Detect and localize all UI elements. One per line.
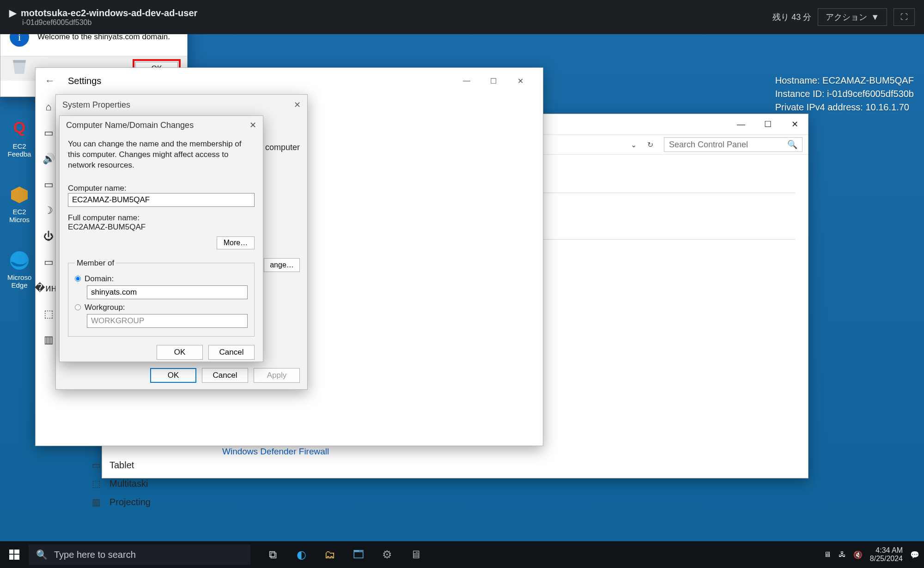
settings-title: Settings [68, 76, 101, 86]
taskbar-search[interactable]: 🔍 Type here to search [29, 544, 250, 565]
nav-tablet[interactable]: ▭Tablet [91, 456, 151, 474]
svg-rect-3 [9, 555, 13, 560]
domain-radio[interactable] [75, 276, 81, 282]
multitask-icon[interactable]: ⬚ [44, 308, 54, 320]
taskbar-app-edge[interactable]: ◐ [288, 544, 314, 565]
play-icon: ▶ [9, 7, 16, 18]
storage-icon[interactable]: ▭ [44, 256, 54, 268]
domain-changes-dialog: Computer Name/Domain Changes ✕ You can c… [59, 115, 263, 362]
home-icon[interactable]: ⌂ [45, 101, 51, 113]
control-panel-search[interactable]: Search Control Panel 🔍 [664, 137, 802, 152]
notifications-icon[interactable]: ▭ [44, 179, 54, 191]
hostinfo-ip: Private IPv4 address: 10.16.1.70 [775, 101, 914, 114]
svg-rect-4 [14, 555, 19, 560]
tray-sound-icon[interactable]: 🔇 [853, 550, 863, 559]
search-icon: 🔍 [36, 549, 48, 560]
svg-point-0 [10, 251, 29, 270]
cndc-title: Computer Name/Domain Changes [66, 121, 194, 130]
domain-radio-label: Domain: [85, 274, 114, 284]
close-button[interactable]: ✕ [781, 114, 808, 134]
ok-button[interactable]: OK [150, 368, 196, 383]
host-info-overlay: Hostname: EC2AMAZ-BUM5QAF Instance ID: i… [775, 74, 914, 114]
address-dropdown[interactable]: ⌄ [625, 140, 642, 149]
back-button[interactable]: ← [45, 75, 55, 87]
q-icon: Q [8, 118, 30, 140]
desktop-icon-recycle-bin[interactable]: Recycle [5, 54, 34, 86]
maximize-button[interactable]: ☐ [480, 71, 507, 91]
ok-button[interactable]: OK [157, 345, 203, 360]
multitask-icon: ⬚ [91, 478, 101, 489]
action-dropdown[interactable]: アクション ▼ [818, 8, 887, 26]
time-remaining: 残り 43 分 [772, 12, 811, 23]
nav-multitasking[interactable]: ⬚Multitaski [91, 474, 151, 493]
fullscreen-icon: ⛶ [900, 13, 908, 21]
cndc-description: You can change the name and the membersh… [68, 139, 255, 171]
firewall-link[interactable]: Windows Defender Firewall [222, 447, 329, 457]
svg-rect-2 [14, 550, 19, 554]
close-button[interactable]: ✕ [249, 120, 256, 130]
computer-name-input[interactable] [68, 193, 255, 207]
taskbar-app-sysprop[interactable]: 🖥 [403, 544, 429, 565]
more-button[interactable]: More… [217, 236, 255, 249]
desktop-icon-ec2-feedback[interactable]: Q EC2 Feedba [5, 118, 34, 158]
tray-network-icon[interactable]: 🖧 [839, 550, 846, 559]
nav-projecting[interactable]: ▥Projecting [91, 493, 151, 511]
change-button[interactable]: ange… [264, 258, 300, 272]
taskbar-app-settings[interactable]: ⚙ [374, 544, 400, 565]
display-icon[interactable]: ▭ [44, 127, 54, 139]
close-button[interactable]: ✕ [294, 100, 301, 110]
session-instance-id: i-01d9cef6005df530b [22, 18, 197, 27]
close-button[interactable]: ✕ [507, 71, 534, 91]
apply-button[interactable]: Apply [254, 368, 300, 383]
power-icon[interactable]: ⏻ [43, 230, 54, 242]
projecting-icon: ▥ [91, 496, 101, 508]
domain-input[interactable] [87, 285, 248, 299]
refresh-button[interactable]: ↻ [642, 140, 658, 149]
full-name-label: Full computer name: [68, 213, 255, 223]
taskbar: 🔍 Type here to search ⧉ ◐ 🗂 🗔 ⚙ 🖥 🖥 🖧 🔇 … [0, 541, 924, 568]
session-title: mototsuka-ec2-windows-ad-dev-ad-user [21, 8, 197, 18]
tray-monitor-icon[interactable]: 🖥 [824, 550, 831, 559]
maximize-button[interactable]: ☐ [754, 114, 781, 134]
sound-icon[interactable]: 🔊 [43, 153, 55, 165]
hostinfo-hostname: Hostname: EC2AMAZ-BUM5QAF [775, 74, 914, 87]
session-topbar: ▶ mototsuka-ec2-windows-ad-dev-ad-user i… [0, 0, 924, 34]
search-icon: 🔍 [787, 139, 797, 150]
chevron-down-icon: ▼ [871, 12, 879, 22]
taskbar-clock[interactable]: 4:34 AM 8/25/2024 [870, 546, 903, 563]
taskbar-app-explorer[interactable]: 🗂 [317, 544, 343, 565]
svg-rect-1 [9, 550, 13, 554]
workgroup-radio[interactable] [75, 304, 81, 310]
workgroup-input [87, 314, 248, 328]
cancel-button[interactable]: Cancel [202, 368, 248, 383]
full-name-value: EC2AMAZ-BUM5QAF [68, 223, 255, 232]
projecting-icon[interactable]: ▥ [44, 334, 54, 346]
taskbar-app-server-manager[interactable]: 🗔 [346, 544, 371, 565]
workgroup-radio-label: Workgroup: [85, 303, 125, 312]
start-button[interactable] [0, 541, 29, 568]
minimize-button[interactable]: — [728, 114, 754, 134]
tablet-icon: ▭ [91, 459, 101, 471]
member-of-group: Member of Domain: Workgroup: [68, 259, 255, 337]
hostinfo-instance: Instance ID: i-01d9cef6005df530b [775, 87, 914, 101]
desktop-icon-edge[interactable]: Microso Edge [5, 249, 34, 289]
desktop-icon-ec2-microsoft[interactable]: EC2 Micros [5, 184, 34, 224]
focus-icon[interactable]: ☽ [44, 205, 53, 217]
sysprop-title: System Properties [62, 100, 130, 110]
member-of-legend: Member of [75, 259, 116, 268]
cancel-button[interactable]: Cancel [208, 345, 255, 360]
computer-name-label: Computer name: [68, 184, 255, 193]
tray-action-center-icon[interactable]: 💬 [910, 550, 919, 559]
task-view-button[interactable]: ⧉ [260, 544, 286, 565]
edge-icon [8, 249, 30, 272]
fullscreen-button[interactable]: ⛶ [894, 8, 915, 26]
box-icon [8, 184, 30, 206]
recycle-bin-icon [8, 54, 30, 77]
minimize-button[interactable]: — [453, 71, 480, 91]
